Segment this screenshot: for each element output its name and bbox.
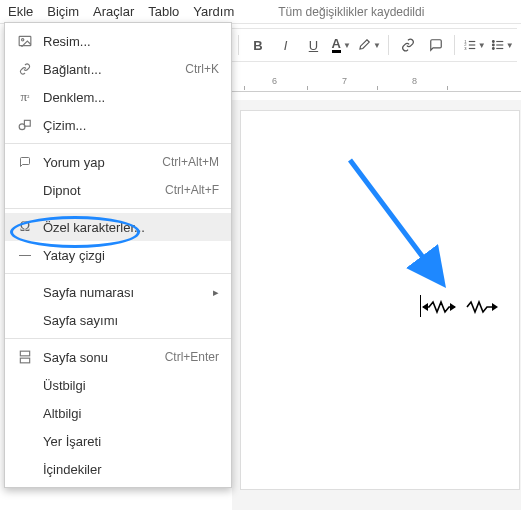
- menu-footer[interactable]: Altbilgi: [5, 399, 231, 427]
- menu-yardim[interactable]: Yardım: [193, 4, 234, 19]
- toolbar-sep: [388, 35, 389, 55]
- shortcut: Ctrl+Enter: [165, 350, 219, 364]
- shortcut: Ctrl+Alt+M: [162, 155, 219, 169]
- menu-divider: [5, 143, 231, 144]
- menu-footnote[interactable]: Dipnot Ctrl+Alt+F: [5, 176, 231, 204]
- menu-bicim[interactable]: Biçim: [47, 4, 79, 19]
- underline-button[interactable]: U: [301, 32, 327, 58]
- menu-header[interactable]: Üstbilgi: [5, 371, 231, 399]
- bulleted-list-button[interactable]: ▼: [489, 32, 515, 58]
- bold-button[interactable]: B: [245, 32, 271, 58]
- line-icon: —: [15, 247, 35, 263]
- highlight-icon: [357, 38, 371, 52]
- toolbar-sep: [454, 35, 455, 55]
- toolbar-sep: [238, 35, 239, 55]
- menu-horizontal-line[interactable]: — Yatay çizgi: [5, 241, 231, 269]
- svg-point-9: [492, 41, 494, 43]
- blank-icon: [15, 182, 35, 198]
- menu-tablo[interactable]: Tablo: [148, 4, 179, 19]
- italic-button[interactable]: I: [273, 32, 299, 58]
- omega-icon: Ω: [15, 219, 35, 235]
- image-icon: [15, 33, 35, 49]
- svg-rect-16: [20, 351, 29, 356]
- ruler: 6 7 8: [232, 74, 521, 92]
- menu-comment[interactable]: Yorum yap Ctrl+Alt+M: [5, 148, 231, 176]
- equation-icon: π²: [15, 89, 35, 105]
- menu-ekle[interactable]: Ekle: [8, 4, 33, 19]
- menu-divider: [5, 208, 231, 209]
- menu-araclar[interactable]: Araçlar: [93, 4, 134, 19]
- svg-point-10: [492, 44, 494, 46]
- svg-point-11: [492, 48, 494, 50]
- text-color-button[interactable]: A▼: [328, 32, 354, 58]
- menu-page-number[interactable]: Sayfa numarası ▸: [5, 278, 231, 306]
- chevron-right-icon: ▸: [213, 286, 219, 299]
- link-icon: [15, 61, 35, 77]
- blank-icon: [15, 284, 35, 300]
- blank-icon: [15, 377, 35, 393]
- svg-rect-15: [24, 120, 30, 126]
- svg-text:3: 3: [464, 46, 467, 51]
- svg-point-13: [22, 39, 24, 41]
- highlight-button[interactable]: ▼: [356, 32, 382, 58]
- menu-equation[interactable]: π² Denklem...: [5, 83, 231, 111]
- menubar: Ekle Biçim Araçlar Tablo Yardım Tüm deği…: [0, 0, 521, 24]
- menu-special-characters[interactable]: Ω Özel karakterler...: [5, 213, 231, 241]
- menu-drawing[interactable]: Çizim...: [5, 111, 231, 139]
- comment-button[interactable]: [423, 32, 449, 58]
- menu-page-count[interactable]: Sayfa sayımı: [5, 306, 231, 334]
- menu-toc[interactable]: İçindekiler: [5, 455, 231, 483]
- insert-menu: Resim... Bağlantı... Ctrl+K π² Denklem..…: [4, 22, 232, 488]
- blank-icon: [15, 433, 35, 449]
- svg-marker-19: [422, 303, 428, 311]
- numbered-list-button[interactable]: 123 ▼: [461, 32, 487, 58]
- svg-rect-17: [20, 358, 29, 363]
- blank-icon: [15, 405, 35, 421]
- pagebreak-icon: [15, 349, 35, 365]
- link-button[interactable]: [395, 32, 421, 58]
- saved-label: Tüm değişiklikler kaydedildi: [278, 5, 424, 19]
- menu-bookmark[interactable]: Yer İşareti: [5, 427, 231, 455]
- bulleted-list-icon: [491, 38, 505, 52]
- inserted-chars: [422, 300, 502, 314]
- toolbar: B I U A▼ ▼ 123 ▼ ▼: [232, 28, 517, 62]
- blank-icon: [15, 461, 35, 477]
- text-cursor: [420, 295, 421, 317]
- menu-image[interactable]: Resim...: [5, 27, 231, 55]
- comment-icon: [15, 154, 35, 170]
- svg-marker-20: [450, 303, 456, 311]
- menu-divider: [5, 338, 231, 339]
- drawing-icon: [15, 117, 35, 133]
- menu-divider: [5, 273, 231, 274]
- svg-rect-12: [19, 36, 31, 45]
- svg-marker-21: [492, 303, 498, 311]
- link-icon: [401, 38, 415, 52]
- comment-icon: [429, 38, 443, 52]
- blank-icon: [15, 312, 35, 328]
- menu-link[interactable]: Bağlantı... Ctrl+K: [5, 55, 231, 83]
- shortcut: Ctrl+K: [185, 62, 219, 76]
- menu-page-break[interactable]: Sayfa sonu Ctrl+Enter: [5, 343, 231, 371]
- shortcut: Ctrl+Alt+F: [165, 183, 219, 197]
- numbered-list-icon: 123: [463, 38, 477, 52]
